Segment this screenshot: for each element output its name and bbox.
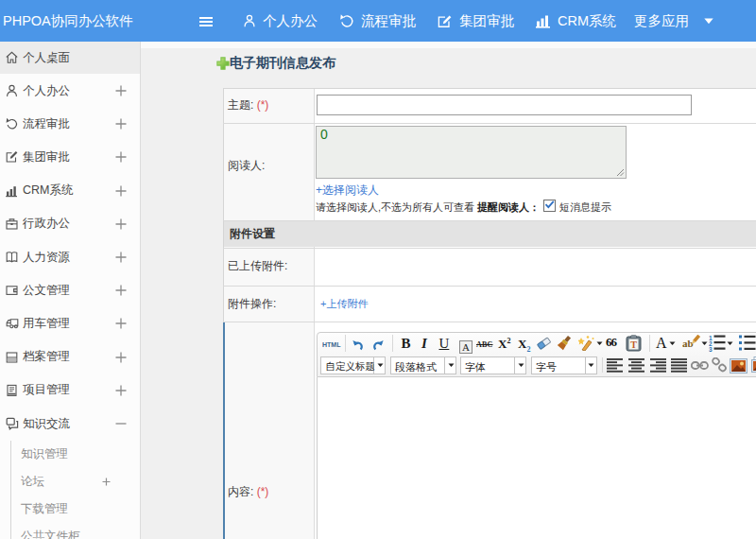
svg-text:ab: ab xyxy=(682,338,694,349)
svg-text:T: T xyxy=(630,339,637,350)
svg-text:3: 3 xyxy=(709,346,713,352)
